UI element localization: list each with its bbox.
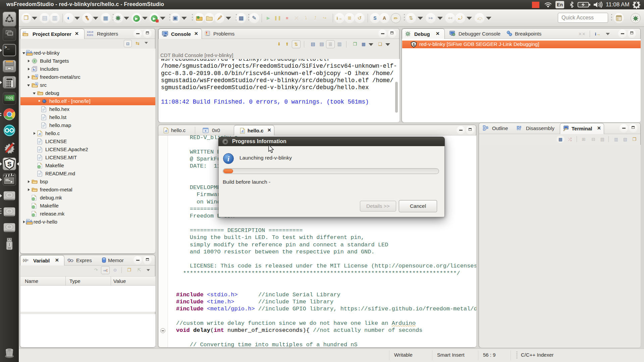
svg-text:S: S: [7, 161, 12, 168]
svg-text:c: c: [36, 74, 38, 77]
svg-text:c: c: [205, 129, 206, 133]
svg-text:c: c: [36, 82, 38, 85]
svg-text:S: S: [413, 43, 415, 47]
svg-text:.c: .c: [241, 129, 244, 133]
svg-text:c: c: [30, 50, 32, 53]
svg-text:.c: .c: [164, 129, 167, 133]
svg-text:h: h: [33, 68, 35, 72]
svg-text:.c: .c: [38, 132, 41, 136]
svg-text:c: c: [30, 219, 32, 222]
svg-text:x=: x=: [68, 261, 70, 263]
